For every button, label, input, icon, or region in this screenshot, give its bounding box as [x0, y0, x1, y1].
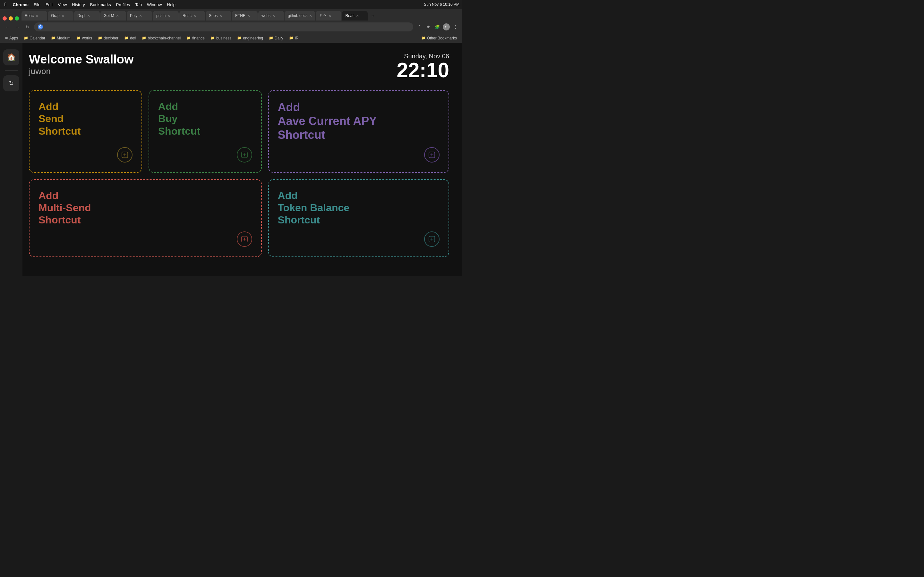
bookmark-defi-label: defi: [130, 36, 136, 40]
refresh-icon: ↻: [9, 80, 14, 87]
app-header: Welcome Swallow juwon Sunday, Nov 06 22:…: [29, 43, 449, 90]
cards-grid: Add Send Shortcut Add Buy Shortcut: [29, 90, 449, 257]
card-3-title: Add Aave Current APY Shortcut: [278, 100, 439, 142]
minimize-button[interactable]: [9, 16, 13, 21]
menubar-right: Sun Nov 6 10:10 PM: [424, 2, 459, 7]
bookmark-business-label: business: [216, 36, 231, 40]
bookmark-business[interactable]: 📁 business: [208, 35, 234, 41]
card-5-title: Add Token Balance Shortcut: [278, 189, 439, 226]
bookmark-daily[interactable]: 📁 Daily: [266, 35, 286, 41]
menubar-bookmarks[interactable]: Bookmarks: [87, 2, 113, 8]
tab-poly[interactable]: Poly✕: [127, 11, 152, 21]
tab-reac-active[interactable]: Reac✕: [342, 11, 368, 21]
reload-button[interactable]: ↻: [24, 23, 31, 31]
bookmark-blockchain-label: blockchain-channel: [148, 36, 181, 40]
bookmark-ir[interactable]: 📁 IR: [286, 35, 301, 41]
bookmark-decipher[interactable]: 📁 decipher: [95, 35, 121, 41]
bookmark-calendar-label: Calendar: [29, 36, 45, 40]
card-add-token-balance-shortcut[interactable]: Add Token Balance Shortcut: [268, 179, 449, 257]
bookmark-other-label: Other Bookmarks: [427, 36, 457, 40]
tab-ethe[interactable]: ETHE✕: [232, 11, 258, 21]
folder-icon-defi: 📁: [124, 36, 129, 40]
menubar-chrome[interactable]: Chrome: [10, 2, 31, 8]
card-add-send-shortcut[interactable]: Add Send Shortcut: [29, 90, 142, 173]
profile-icon[interactable]: S: [443, 23, 450, 31]
bookmark-ir-label: IR: [295, 36, 299, 40]
share-icon[interactable]: ⇑: [416, 23, 423, 31]
bookmark-calendar[interactable]: 📁 Calendar: [21, 35, 48, 41]
tab-depl[interactable]: Depl✕: [74, 11, 100, 21]
card-5-add-icon: [424, 231, 439, 247]
menubar-view[interactable]: View: [55, 2, 69, 8]
card-3-add-icon: [424, 147, 439, 163]
welcome-subtitle: juwon: [29, 66, 134, 76]
bookmark-star-icon[interactable]: ★: [425, 23, 432, 31]
folder-icon-works: 📁: [76, 36, 81, 40]
folder-icon-blockchain: 📁: [142, 36, 146, 40]
tab-webs[interactable]: webs✕: [258, 11, 284, 21]
folder-icon-engineering: 📁: [237, 36, 242, 40]
card-1-title: Add Send Shortcut: [39, 100, 132, 137]
current-time: 22:10: [397, 60, 449, 81]
tab-subs[interactable]: Subs✕: [206, 11, 231, 21]
welcome-section: Welcome Swallow juwon: [29, 53, 134, 76]
card-4-title: Add Multi-Send Shortcut: [39, 189, 252, 226]
menubar-file[interactable]: File: [31, 2, 43, 8]
bookmark-blockchain[interactable]: 📁 blockchain-channel: [139, 35, 183, 41]
bookmark-apps[interactable]: ⊞ Apps: [3, 35, 21, 41]
menubar-help[interactable]: Help: [164, 2, 178, 8]
address-bar[interactable]: G: [34, 23, 413, 31]
menu-icon[interactable]: ⋮: [452, 23, 459, 31]
home-icon: 🏠: [7, 53, 16, 61]
tab-docs[interactable]: github docs✕: [284, 11, 315, 21]
folder-icon-medium: 📁: [51, 36, 55, 40]
bookmark-works-label: works: [82, 36, 92, 40]
tab-cho[interactable]: 초스✕: [316, 11, 341, 21]
welcome-title: Welcome Swallow: [29, 53, 134, 66]
card-add-aave-shortcut[interactable]: Add Aave Current APY Shortcut: [268, 90, 449, 173]
bookmark-finance-label: finance: [192, 36, 205, 40]
sidebar-refresh-button[interactable]: ↻: [3, 75, 19, 91]
bookmark-engineering-label: engineering: [243, 36, 263, 40]
bookmark-engineering[interactable]: 📁 engineering: [234, 35, 266, 41]
back-button[interactable]: ←: [3, 23, 11, 31]
app-area: Welcome Swallow juwon Sunday, Nov 06 22:…: [23, 43, 462, 276]
menubar-tab[interactable]: Tab: [132, 2, 144, 8]
menubar:  Chrome File Edit View History Bookmark…: [0, 0, 462, 9]
folder-icon-ir: 📁: [289, 36, 294, 40]
bookmark-defi[interactable]: 📁 defi: [121, 35, 139, 41]
tab-prism[interactable]: prism✕: [153, 11, 179, 21]
folder-icon-decipher: 📁: [98, 36, 102, 40]
tab-getm[interactable]: Get M✕: [100, 11, 126, 21]
bookmark-works[interactable]: 📁 works: [74, 35, 95, 41]
card-2-title: Add Buy Shortcut: [158, 100, 252, 137]
apple-menu[interactable]: : [3, 2, 8, 7]
menubar-edit[interactable]: Edit: [43, 2, 55, 8]
bookmark-finance[interactable]: 📁 finance: [184, 35, 207, 41]
menubar-datetime: Sun Nov 6 10:10 PM: [424, 2, 459, 7]
card-add-buy-shortcut[interactable]: Add Buy Shortcut: [149, 90, 262, 173]
bookmarks-bar: ⊞ Apps 📁 Calendar 📁 Medium 📁 works 📁 dec…: [0, 33, 462, 43]
menubar-window[interactable]: Window: [144, 2, 164, 8]
folder-icon-other: 📁: [421, 36, 426, 40]
tabs-bar: Reac✕ Grap✕ Depl✕ Get M✕ Poly✕ prism✕ Re…: [0, 9, 462, 21]
extensions-icon[interactable]: 🧩: [434, 23, 441, 31]
sidebar-home-button[interactable]: 🏠: [3, 49, 19, 65]
card-1-add-icon: [117, 147, 132, 163]
sidebar: 🏠 ↻: [0, 43, 23, 276]
card-add-multisend-shortcut[interactable]: Add Multi-Send Shortcut: [29, 179, 262, 257]
menubar-profiles[interactable]: Profiles: [113, 2, 132, 8]
forward-button[interactable]: →: [13, 23, 21, 31]
bookmark-other[interactable]: 📁 Other Bookmarks: [419, 35, 459, 41]
apps-grid-icon: ⊞: [5, 36, 8, 40]
menubar-history[interactable]: History: [69, 2, 87, 8]
tab-reac-1[interactable]: Reac✕: [21, 11, 47, 21]
maximize-button[interactable]: [15, 16, 19, 21]
close-button[interactable]: [3, 16, 7, 21]
google-icon: G: [38, 24, 43, 29]
tab-reac-2[interactable]: Reac✕: [179, 11, 205, 21]
bookmark-medium[interactable]: 📁 Medium: [48, 35, 73, 41]
sidebar-divider: [5, 70, 18, 71]
tab-graph[interactable]: Grap✕: [48, 11, 73, 21]
new-tab-button[interactable]: +: [368, 11, 377, 21]
